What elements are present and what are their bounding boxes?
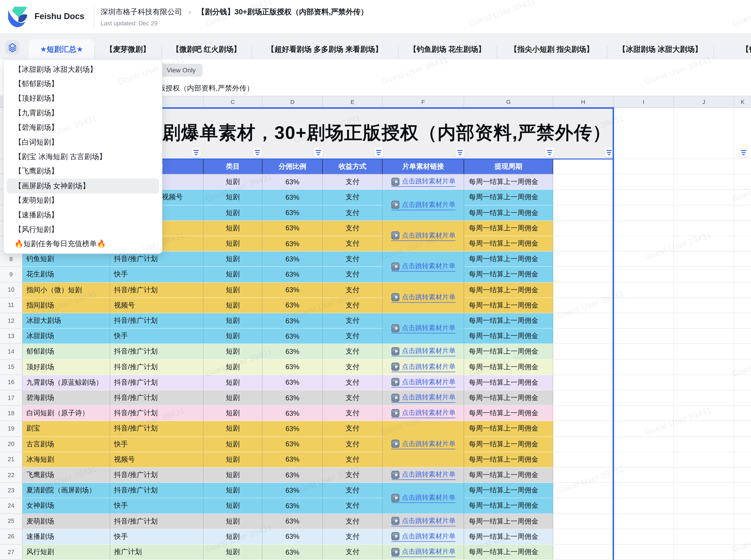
- cell-category[interactable]: 短剧: [204, 205, 262, 221]
- empty-cell-I9[interactable]: [613, 267, 674, 282]
- row-number-11[interactable]: 11: [0, 298, 23, 313]
- cell-income-type[interactable]: 支付: [323, 174, 383, 190]
- material-link[interactable]: 点击跳转素材片单: [391, 471, 455, 480]
- empty-cell-K17[interactable]: [734, 391, 751, 406]
- cell-commission-rate[interactable]: 63%: [262, 483, 323, 498]
- dropdown-item-1[interactable]: 【冰甜剧场 冰甜大剧场】: [7, 62, 159, 77]
- cell-theater-name[interactable]: 冰甜剧场: [23, 329, 110, 344]
- material-link[interactable]: 点击跳转素材片单: [391, 393, 455, 403]
- empty-cell-H12[interactable]: [553, 313, 613, 329]
- cell-withdraw-cycle[interactable]: 每周一结算上一周佣金: [464, 252, 553, 267]
- cell-withdraw-cycle[interactable]: 每周一结算上一周佣金: [464, 391, 553, 406]
- empty-cell-J19[interactable]: [674, 421, 734, 437]
- empty-cell-K14[interactable]: [734, 344, 751, 360]
- empty-cell-K5[interactable]: [734, 205, 751, 221]
- cell-commission-rate[interactable]: 63%: [262, 359, 323, 375]
- cell-theater-name[interactable]: 风行短剧: [23, 544, 110, 560]
- cell-commission-rate[interactable]: 63%: [262, 344, 323, 360]
- empty-cell-K3[interactable]: [734, 174, 751, 190]
- empty-cell-K8[interactable]: [734, 252, 751, 267]
- filter-icon[interactable]: [191, 147, 201, 157]
- row-number-23[interactable]: 23: [0, 483, 23, 498]
- empty-cell-K2[interactable]: [734, 159, 751, 175]
- empty-cell-K21[interactable]: [734, 452, 751, 467]
- dropdown-item-3[interactable]: 【顶好剧场】: [7, 91, 159, 106]
- cell-theater-name[interactable]: 速播剧场: [23, 529, 110, 544]
- cell-withdraw-cycle[interactable]: 每周一结算上一周佣金: [464, 205, 553, 221]
- cell-platform[interactable]: 抖音/推广计划: [110, 514, 204, 529]
- row-number-18[interactable]: 18: [0, 406, 23, 421]
- empty-cell-I14[interactable]: [613, 344, 674, 360]
- empty-cell-I18[interactable]: [613, 406, 674, 421]
- cell-platform[interactable]: 抖音/推广计划: [110, 391, 204, 406]
- filter-icon[interactable]: [455, 147, 465, 157]
- material-link[interactable]: 点击跳转素材片单: [391, 494, 455, 503]
- cell-platform[interactable]: 视频号: [110, 298, 204, 313]
- cell-platform[interactable]: 推广计划: [110, 544, 204, 560]
- cell-withdraw-cycle[interactable]: 每周一结算上一周佣金: [464, 544, 553, 560]
- cell-withdraw-cycle[interactable]: 每周一结算上一周佣金: [464, 329, 553, 344]
- cell-category[interactable]: 短剧: [204, 298, 262, 313]
- cell-platform[interactable]: 抖音/推广计划: [110, 406, 204, 421]
- empty-cell-K22[interactable]: [734, 467, 751, 483]
- empty-cell-K19[interactable]: [734, 421, 751, 437]
- empty-cell-K13[interactable]: [734, 329, 751, 344]
- cell-withdraw-cycle[interactable]: 每周一结算上一周佣金: [464, 406, 553, 421]
- cell-commission-rate[interactable]: 63%: [262, 205, 323, 221]
- cell-commission-rate[interactable]: 63%: [262, 313, 323, 329]
- cell-withdraw-cycle[interactable]: 每周一结算上一周佣金: [464, 174, 553, 190]
- cell-income-type[interactable]: 支付: [323, 236, 383, 252]
- empty-cell-H16[interactable]: [553, 375, 613, 391]
- empty-cell-K27[interactable]: [734, 544, 751, 560]
- cell-category[interactable]: 短剧: [204, 544, 262, 560]
- cell-commission-rate[interactable]: 63%: [262, 544, 323, 560]
- cell-platform[interactable]: 快手: [110, 329, 204, 344]
- empty-cell-K26[interactable]: [734, 529, 751, 544]
- cell-commission-rate[interactable]: 63%: [262, 391, 323, 406]
- dropdown-item-9[interactable]: 【画屏剧场 女神剧场】: [7, 179, 159, 193]
- row-number-22[interactable]: 22: [0, 467, 23, 483]
- empty-cell-J21[interactable]: [674, 452, 734, 467]
- cell-withdraw-cycle[interactable]: 每周一结算上一周佣金: [464, 313, 553, 329]
- row-number-9[interactable]: 9: [0, 267, 23, 282]
- empty-cell-H9[interactable]: [553, 267, 613, 282]
- material-link[interactable]: 点击跳转素材片单: [391, 293, 455, 302]
- empty-cell-H21[interactable]: [553, 452, 613, 467]
- cell-theater-name[interactable]: 剧宝: [23, 421, 110, 437]
- empty-cell-J6[interactable]: [674, 221, 734, 236]
- dropdown-item-11[interactable]: 【速播剧场】: [7, 208, 159, 222]
- cell-income-type[interactable]: 支付: [323, 498, 383, 514]
- cell-commission-rate[interactable]: 63%: [262, 190, 323, 205]
- filter-icon[interactable]: [253, 147, 262, 157]
- empty-cell-I24[interactable]: [613, 498, 674, 514]
- empty-cell-K4[interactable]: [734, 190, 751, 205]
- cell-category[interactable]: 短剧: [204, 498, 262, 514]
- cell-withdraw-cycle[interactable]: 每周一结算上一周佣金: [464, 467, 553, 483]
- empty-cell-K16[interactable]: [734, 375, 751, 391]
- empty-cell-I19[interactable]: [613, 421, 674, 437]
- empty-cell-K11[interactable]: [734, 298, 751, 313]
- empty-cell-J7[interactable]: [674, 236, 734, 252]
- cell-commission-rate[interactable]: 63%: [262, 236, 323, 252]
- empty-cell-I15[interactable]: [613, 359, 674, 375]
- empty-cell-H6[interactable]: [553, 221, 613, 236]
- dropdown-item-4[interactable]: 【九霄剧场】: [7, 106, 159, 121]
- cell-theater-name[interactable]: 碧海剧场: [23, 391, 110, 406]
- empty-cell-J4[interactable]: [674, 190, 734, 205]
- empty-cell-K7[interactable]: [734, 236, 751, 252]
- material-link[interactable]: 点击跳转素材片单: [391, 324, 455, 334]
- dropdown-item-12[interactable]: 【风行短剧】: [7, 222, 159, 237]
- row-number-21[interactable]: 21: [0, 452, 23, 467]
- cell-theater-name[interactable]: 古言剧场: [23, 437, 110, 452]
- empty-cell-J8[interactable]: [674, 252, 734, 267]
- empty-cell-H17[interactable]: [553, 391, 613, 406]
- cell-withdraw-cycle[interactable]: 每周一结算上一周佣金: [464, 267, 553, 282]
- cell-commission-rate[interactable]: 63%: [262, 282, 323, 298]
- empty-cell-J13[interactable]: [674, 329, 734, 344]
- cell-platform[interactable]: 抖音/推广计划: [110, 375, 204, 391]
- row-number-12[interactable]: 12: [0, 313, 23, 329]
- empty-cell-J20[interactable]: [674, 437, 734, 452]
- cell-theater-name[interactable]: 夏清剧院（画屏剧场）: [23, 483, 110, 498]
- cell-commission-rate[interactable]: 63%: [262, 514, 323, 529]
- cell-category[interactable]: 短剧: [204, 282, 262, 298]
